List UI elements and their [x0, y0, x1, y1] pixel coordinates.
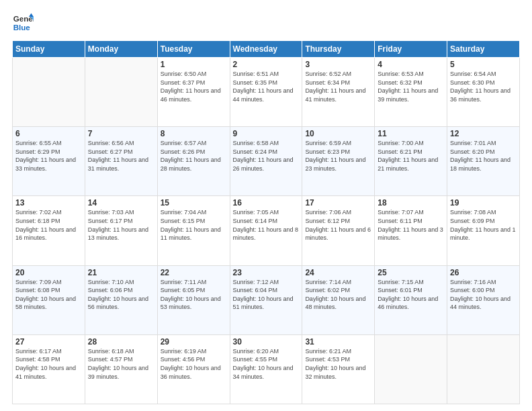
day-info: Sunrise: 7:04 AM Sunset: 6:15 PM Dayligh… — [161, 208, 227, 242]
day-info: Sunrise: 6:20 AM Sunset: 4:55 PM Dayligh… — [233, 347, 300, 381]
calendar-day-cell: 27Sunrise: 6:17 AM Sunset: 4:58 PM Dayli… — [13, 334, 85, 404]
day-number: 22 — [161, 268, 227, 277]
calendar-day-cell: 3Sunrise: 6:52 AM Sunset: 6:34 PM Daylig… — [302, 58, 375, 127]
day-number: 2 — [233, 60, 300, 69]
calendar-day-cell: 24Sunrise: 7:14 AM Sunset: 6:02 PM Dayli… — [302, 265, 375, 334]
day-info: Sunrise: 6:51 AM Sunset: 6:35 PM Dayligh… — [233, 70, 300, 103]
day-number: 5 — [450, 60, 517, 69]
day-number: 16 — [233, 198, 300, 208]
day-number: 4 — [378, 60, 444, 69]
calendar-day-cell: 14Sunrise: 7:03 AM Sunset: 6:17 PM Dayli… — [85, 196, 157, 265]
svg-text:Blue: Blue — [13, 24, 31, 32]
day-info: Sunrise: 7:06 AM Sunset: 6:12 PM Dayligh… — [305, 208, 371, 242]
calendar-day-cell: 18Sunrise: 7:07 AM Sunset: 6:11 PM Dayli… — [375, 196, 447, 265]
calendar-day-cell: 5Sunrise: 6:54 AM Sunset: 6:30 PM Daylig… — [447, 58, 520, 127]
calendar-day-cell: 11Sunrise: 7:00 AM Sunset: 6:21 PM Dayli… — [375, 127, 447, 196]
day-number: 29 — [161, 337, 227, 347]
calendar-day-cell: 9Sunrise: 6:58 AM Sunset: 6:24 PM Daylig… — [230, 127, 302, 196]
calendar-week-row: 1Sunrise: 6:50 AM Sunset: 6:37 PM Daylig… — [13, 58, 520, 127]
day-number: 30 — [233, 337, 300, 347]
calendar-table: SundayMondayTuesdayWednesdayThursdayFrid… — [12, 40, 520, 404]
day-info: Sunrise: 7:12 AM Sunset: 6:04 PM Dayligh… — [233, 278, 300, 312]
calendar-day-cell: 23Sunrise: 7:12 AM Sunset: 6:04 PM Dayli… — [230, 265, 302, 334]
day-number: 8 — [161, 129, 227, 138]
day-number: 27 — [15, 337, 82, 347]
day-number: 31 — [305, 337, 371, 347]
day-info: Sunrise: 6:57 AM Sunset: 6:26 PM Dayligh… — [161, 139, 227, 173]
calendar-day-cell — [447, 334, 520, 404]
calendar-day-cell: 10Sunrise: 6:59 AM Sunset: 6:23 PM Dayli… — [302, 127, 375, 196]
day-number: 14 — [88, 198, 154, 208]
logo-icon: General Blue — [12, 12, 34, 34]
weekday-header-wednesday: Wednesday — [230, 41, 302, 58]
calendar-day-cell: 25Sunrise: 7:15 AM Sunset: 6:01 PM Dayli… — [375, 265, 447, 334]
day-info: Sunrise: 7:00 AM Sunset: 6:21 PM Dayligh… — [378, 139, 444, 173]
calendar-week-row: 20Sunrise: 7:09 AM Sunset: 6:08 PM Dayli… — [13, 265, 520, 334]
calendar-day-cell: 6Sunrise: 6:55 AM Sunset: 6:29 PM Daylig… — [13, 127, 85, 196]
day-info: Sunrise: 6:59 AM Sunset: 6:23 PM Dayligh… — [305, 139, 371, 173]
calendar-day-cell: 26Sunrise: 7:16 AM Sunset: 6:00 PM Dayli… — [447, 265, 520, 334]
day-info: Sunrise: 6:56 AM Sunset: 6:27 PM Dayligh… — [88, 139, 154, 173]
day-info: Sunrise: 7:09 AM Sunset: 6:08 PM Dayligh… — [15, 278, 82, 312]
day-number: 18 — [378, 198, 444, 208]
day-info: Sunrise: 7:11 AM Sunset: 6:05 PM Dayligh… — [161, 278, 227, 312]
day-number: 19 — [450, 198, 517, 208]
day-number: 6 — [15, 129, 82, 138]
calendar-week-row: 13Sunrise: 7:02 AM Sunset: 6:18 PM Dayli… — [13, 196, 520, 265]
day-number: 15 — [161, 198, 227, 208]
calendar-day-cell: 20Sunrise: 7:09 AM Sunset: 6:08 PM Dayli… — [13, 265, 85, 334]
day-info: Sunrise: 6:21 AM Sunset: 4:53 PM Dayligh… — [305, 347, 371, 381]
weekday-header-monday: Monday — [85, 41, 157, 58]
day-info: Sunrise: 7:02 AM Sunset: 6:18 PM Dayligh… — [15, 208, 82, 242]
day-number: 25 — [378, 268, 444, 277]
day-number: 12 — [450, 129, 517, 138]
weekday-header-saturday: Saturday — [447, 41, 520, 58]
day-info: Sunrise: 6:18 AM Sunset: 4:57 PM Dayligh… — [88, 347, 154, 381]
day-info: Sunrise: 6:54 AM Sunset: 6:30 PM Dayligh… — [450, 70, 517, 103]
calendar-day-cell: 13Sunrise: 7:02 AM Sunset: 6:18 PM Dayli… — [13, 196, 85, 265]
calendar-day-cell: 17Sunrise: 7:06 AM Sunset: 6:12 PM Dayli… — [302, 196, 375, 265]
calendar-day-cell: 8Sunrise: 6:57 AM Sunset: 6:26 PM Daylig… — [157, 127, 230, 196]
day-number: 26 — [450, 268, 517, 277]
calendar-day-cell: 4Sunrise: 6:53 AM Sunset: 6:32 PM Daylig… — [375, 58, 447, 127]
day-info: Sunrise: 7:07 AM Sunset: 6:11 PM Dayligh… — [378, 208, 444, 242]
calendar-day-cell: 16Sunrise: 7:05 AM Sunset: 6:14 PM Dayli… — [230, 196, 302, 265]
day-info: Sunrise: 6:50 AM Sunset: 6:37 PM Dayligh… — [161, 70, 227, 103]
day-info: Sunrise: 6:58 AM Sunset: 6:24 PM Dayligh… — [233, 139, 300, 173]
calendar-day-cell: 2Sunrise: 6:51 AM Sunset: 6:35 PM Daylig… — [230, 58, 302, 127]
day-info: Sunrise: 7:16 AM Sunset: 6:00 PM Dayligh… — [450, 278, 517, 312]
calendar-day-cell: 22Sunrise: 7:11 AM Sunset: 6:05 PM Dayli… — [157, 265, 230, 334]
weekday-header-tuesday: Tuesday — [157, 41, 230, 58]
day-number: 9 — [233, 129, 300, 138]
day-number: 28 — [88, 337, 154, 347]
calendar-day-cell: 15Sunrise: 7:04 AM Sunset: 6:15 PM Dayli… — [157, 196, 230, 265]
day-info: Sunrise: 7:08 AM Sunset: 6:09 PM Dayligh… — [450, 208, 517, 242]
day-number: 3 — [305, 60, 371, 69]
calendar-day-cell: 31Sunrise: 6:21 AM Sunset: 4:53 PM Dayli… — [302, 334, 375, 404]
day-number: 17 — [305, 198, 371, 208]
day-number: 23 — [233, 268, 300, 277]
calendar-day-cell: 30Sunrise: 6:20 AM Sunset: 4:55 PM Dayli… — [230, 334, 302, 404]
day-info: Sunrise: 7:14 AM Sunset: 6:02 PM Dayligh… — [305, 278, 371, 312]
calendar-day-cell: 7Sunrise: 6:56 AM Sunset: 6:27 PM Daylig… — [85, 127, 157, 196]
day-number: 7 — [88, 129, 154, 138]
weekday-header-thursday: Thursday — [302, 41, 375, 58]
calendar-day-cell: 1Sunrise: 6:50 AM Sunset: 6:37 PM Daylig… — [157, 58, 230, 127]
day-info: Sunrise: 7:01 AM Sunset: 6:20 PM Dayligh… — [450, 139, 517, 173]
day-info: Sunrise: 7:05 AM Sunset: 6:14 PM Dayligh… — [233, 208, 300, 242]
weekday-header-sunday: Sunday — [13, 41, 85, 58]
calendar-week-row: 27Sunrise: 6:17 AM Sunset: 4:58 PM Dayli… — [13, 334, 520, 404]
day-info: Sunrise: 6:19 AM Sunset: 4:56 PM Dayligh… — [161, 347, 227, 381]
header: General Blue — [12, 12, 520, 34]
day-number: 21 — [88, 268, 154, 277]
day-info: Sunrise: 6:52 AM Sunset: 6:34 PM Dayligh… — [305, 70, 371, 103]
weekday-header-row: SundayMondayTuesdayWednesdayThursdayFrid… — [13, 41, 520, 58]
day-number: 20 — [15, 268, 82, 277]
calendar-week-row: 6Sunrise: 6:55 AM Sunset: 6:29 PM Daylig… — [13, 127, 520, 196]
logo: General Blue — [12, 12, 34, 34]
day-number: 13 — [15, 198, 82, 208]
weekday-header-friday: Friday — [375, 41, 447, 58]
page: General Blue SundayMondayTuesdayWednesda… — [0, 0, 532, 411]
calendar-day-cell: 29Sunrise: 6:19 AM Sunset: 4:56 PM Dayli… — [157, 334, 230, 404]
day-number: 1 — [161, 60, 227, 69]
